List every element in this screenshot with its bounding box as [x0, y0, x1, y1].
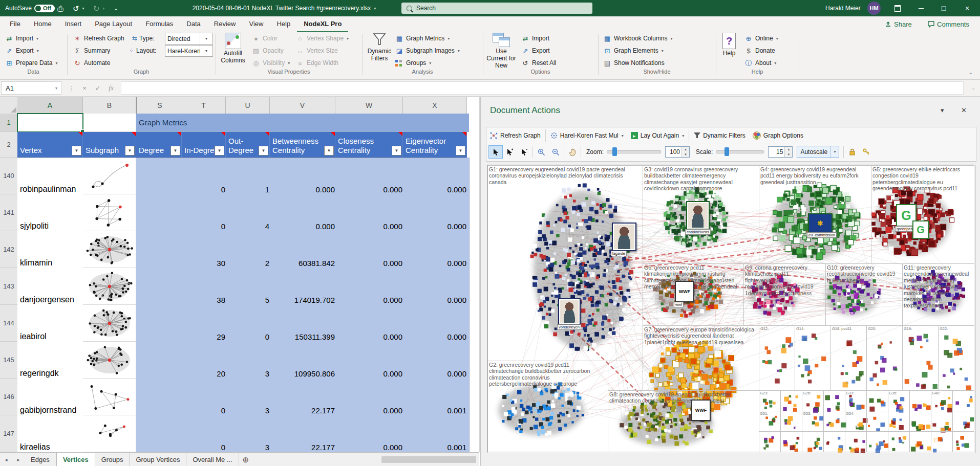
ribbon-button-import[interactable]: ⇄Import: [521, 33, 549, 44]
cell-in_degree-142[interactable]: 30: [182, 231, 228, 270]
ribbon-button-prepare-data[interactable]: ⊞Prepare Data▾: [5, 57, 57, 69]
cell-betweenness-147[interactable]: 22.177: [270, 415, 338, 452]
header-cell-out_degree[interactable]: Out-Degree▼: [226, 132, 270, 158]
layout-algorithm-dropdown[interactable]: Harel-Koren Fast Mul▾: [547, 129, 627, 142]
cell-degree-142[interactable]: [136, 231, 184, 270]
ribbon-button-import[interactable]: ⇄Import▾: [5, 33, 38, 44]
node-chip-wwf[interactable]: WWF: [675, 281, 694, 302]
spin-up-icon[interactable]: ▲: [682, 147, 689, 152]
save-button[interactable]: ⎙: [57, 0, 63, 16]
pan-tool-button[interactable]: [565, 145, 580, 159]
cell-out_degree-141[interactable]: 4: [226, 194, 272, 233]
qat-customize-button[interactable]: ⌄: [114, 0, 118, 16]
help-button[interactable]: ? Help: [719, 33, 739, 71]
row-header-145[interactable]: 145: [0, 342, 18, 379]
cell-betweenness-142[interactable]: 60381.842: [270, 231, 338, 270]
filter-button-degree[interactable]: ▼: [171, 146, 180, 156]
cell-out_degree-142[interactable]: 2: [226, 231, 272, 270]
lay-out-again-button[interactable]: ▸ Lay Out Again▾: [627, 129, 688, 142]
column-header-X[interactable]: X: [403, 97, 467, 114]
cell-betweenness-145[interactable]: 109950.806: [270, 342, 338, 381]
row-header-1[interactable]: 1: [0, 114, 18, 132]
cell-subgraph-144[interactable]: [83, 305, 136, 342]
sheet-tab-edges[interactable]: Edges: [25, 453, 56, 466]
filter-button-eigenvector[interactable]: ▼: [456, 146, 465, 156]
formula-bar-expand-icon[interactable]: ⌄: [967, 85, 980, 91]
column-header-S[interactable]: S: [136, 97, 183, 114]
node-chip-lagarde[interactable]: [612, 223, 636, 251]
cell-out_degree-140[interactable]: 1: [226, 158, 272, 196]
cell-betweenness-141[interactable]: 0.000: [270, 194, 338, 233]
key-button[interactable]: [859, 145, 874, 159]
cell-subgraph-147[interactable]: [83, 415, 136, 452]
horizontal-scrollbar-thumb[interactable]: [381, 456, 476, 463]
filter-button-subgraph[interactable]: ▼: [125, 146, 135, 156]
cell-subgraph-145[interactable]: [83, 342, 136, 379]
cell-closeness-140[interactable]: 0.000: [335, 158, 406, 196]
ribbon-tab-nodexl-pro[interactable]: NodeXL Pro: [297, 16, 348, 33]
add-sheet-button[interactable]: ⊕: [239, 453, 252, 466]
scale-spinner-buttons[interactable]: ▲▼: [784, 147, 792, 157]
cell-in_degree-145[interactable]: 20: [182, 342, 228, 381]
cell-eigenvector-144[interactable]: 0.000: [403, 305, 470, 344]
sheet-tab-overall-me[interactable]: Overall Me ...: [186, 453, 239, 466]
cell-subgraph-146[interactable]: [83, 379, 136, 415]
ribbon-tab-review[interactable]: Review: [207, 16, 243, 31]
ribbon-button-graph-metrics[interactable]: ▦Graph Metrics▾: [395, 33, 450, 44]
cell-closeness-141[interactable]: 0.000: [335, 194, 406, 233]
cell-vertex-147[interactable]: kiraelias: [17, 415, 86, 452]
cell-vertex-143[interactable]: danjoergensen: [17, 268, 86, 307]
user-avatar[interactable]: HM: [867, 0, 881, 16]
ribbon-button-reset-all[interactable]: ↺Reset All: [521, 57, 556, 69]
zoom-out-tool-button[interactable]: [548, 145, 563, 159]
node-chip-carolinelucas[interactable]: [686, 201, 710, 230]
node-chip-logo[interactable]: G: [912, 220, 929, 239]
ribbon-button-export[interactable]: ⇗Export▾: [5, 45, 39, 56]
ribbon-button-subgraph-images[interactable]: ◪Subgraph Images▾: [395, 45, 460, 56]
cell-out_degree-143[interactable]: 5: [226, 268, 272, 307]
cell-vertex-141[interactable]: sjylpoliti: [17, 194, 86, 233]
cell-out_degree-146[interactable]: 3: [226, 379, 272, 417]
pane-menu-button[interactable]: ▾: [941, 106, 944, 114]
ribbon-tab-file[interactable]: File: [3, 16, 27, 31]
scale-slider-thumb[interactable]: [725, 147, 729, 156]
ribbon-button-summary[interactable]: ΣSummary: [73, 45, 110, 56]
sheet-tab-groups[interactable]: Groups: [95, 453, 130, 466]
zoom-value-spinner[interactable]: 100 ▲▼: [665, 146, 690, 158]
header-cell-eigenvector[interactable]: Eigenvector Centrality▼: [403, 132, 467, 158]
filter-button-out_degree[interactable]: ▼: [259, 146, 268, 156]
cell-eigenvector-142[interactable]: 0.000: [403, 231, 470, 270]
select-tool-button[interactable]: [488, 145, 503, 159]
zoom-spinner-buttons[interactable]: ▲▼: [681, 147, 689, 157]
cell-degree-141[interactable]: [136, 194, 184, 233]
cell-closeness-142[interactable]: 0.000: [335, 231, 406, 270]
node-chip-vonderleyen[interactable]: [558, 298, 581, 325]
graph-canvas[interactable]: G1: greenrecovery eugreendeal covid19 pa…: [487, 165, 975, 453]
row-header-142[interactable]: 142: [0, 231, 18, 268]
horizontal-scrollbar[interactable]: [307, 456, 476, 463]
cell-subgraph-141[interactable]: [83, 194, 136, 231]
row-header-140[interactable]: 140: [0, 158, 18, 194]
cell-b1[interactable]: [83, 114, 136, 132]
row-header-143[interactable]: 143: [0, 268, 18, 305]
row-header-141[interactable]: 141: [0, 194, 18, 231]
cell-betweenness-140[interactable]: 0.000: [270, 158, 338, 196]
graph-metrics-banner[interactable]: Graph Metrics: [136, 114, 469, 132]
cell-degree-143[interactable]: [136, 268, 184, 307]
cell-in_degree-147[interactable]: 0: [182, 415, 228, 452]
zoom-slider[interactable]: [607, 150, 661, 153]
column-header-B[interactable]: B: [83, 97, 136, 114]
header-cell-degree[interactable]: Degree▼: [136, 132, 182, 158]
zoom-slider-thumb[interactable]: [612, 147, 617, 156]
cell-betweenness-144[interactable]: 150311.399: [270, 305, 338, 344]
header-cell-betweenness[interactable]: Betweenness Centrality▼: [270, 132, 335, 158]
column-header-V[interactable]: V: [270, 97, 335, 114]
row-header-2[interactable]: 2: [0, 132, 18, 158]
use-current-for-new-button[interactable]: Use Current for New: [485, 33, 517, 71]
ribbon-tab-data[interactable]: Data: [180, 16, 207, 31]
column-header-U[interactable]: U: [226, 97, 270, 114]
cell-a1[interactable]: [17, 114, 83, 132]
name-box[interactable]: A1▾: [1, 81, 61, 95]
ribbon-button-workbook-columns[interactable]: ▦Workbook Columns▾: [603, 33, 673, 44]
cell-vertex-140[interactable]: robinpaulinman: [17, 158, 86, 196]
